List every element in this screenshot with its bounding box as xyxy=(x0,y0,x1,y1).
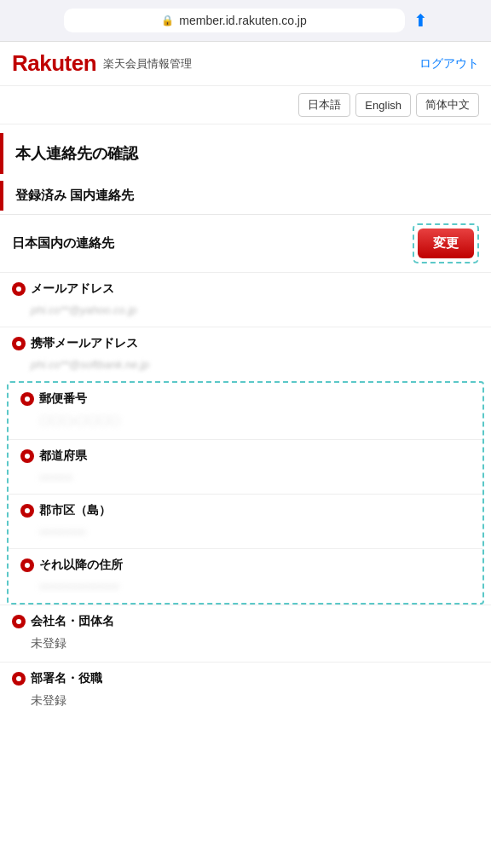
change-button[interactable]: 変更 xyxy=(418,229,474,258)
department-value: 未登録 xyxy=(12,690,479,715)
lock-icon: 🔒 xyxy=(161,14,174,26)
url-text: member.id.rakuten.co.jp xyxy=(179,14,306,27)
postal-value: 〇〇〇-〇〇〇〇 xyxy=(20,410,471,436)
email-field-row: メールアドレス phi.co**@yahoo.co.jp xyxy=(0,272,491,327)
postal-label: 郵便番号 xyxy=(20,391,471,407)
browser-url-bar[interactable]: 🔒 member.id.rakuten.co.jp xyxy=(64,9,405,32)
site-subtitle: 楽天会員情報管理 xyxy=(103,56,192,72)
prefecture-value: ○○○○○ xyxy=(20,467,471,490)
company-icon xyxy=(12,615,26,628)
lang-japanese-button[interactable]: 日本語 xyxy=(298,93,350,117)
site-header: Rakuten 楽天会員情報管理 ログアウト xyxy=(0,42,491,86)
lang-english-button[interactable]: English xyxy=(355,93,411,117)
city-label: 郡市区（島） xyxy=(20,503,471,518)
email-label: メールアドレス xyxy=(12,281,479,297)
japan-contact-header: 日本国内の連絡先 変更 xyxy=(0,214,491,272)
lang-chinese-button[interactable]: 简体中文 xyxy=(416,93,479,117)
prefecture-label: 都道府県 xyxy=(20,448,471,464)
change-button-wrapper: 変更 xyxy=(413,223,479,263)
company-value: 未登録 xyxy=(12,633,479,658)
department-label: 部署名・役職 xyxy=(12,671,479,686)
postal-field-row: 郵便番号 〇〇〇-〇〇〇〇 xyxy=(9,383,482,439)
logo-area: Rakuten 楽天会員情報管理 xyxy=(12,50,192,77)
city-icon xyxy=(20,504,34,518)
prefecture-field-row: 都道府県 ○○○○○ xyxy=(9,439,482,494)
email-value: phi.co**@yahoo.co.jp xyxy=(12,300,479,323)
city-value: ○○○○○○○ xyxy=(20,522,471,545)
company-label: 会社名・団体名 xyxy=(12,614,479,629)
mobile-email-field-row: 携帯メールアドレス phi.co**@softbank.ne.jp xyxy=(0,327,491,381)
address-label: それ以降の住所 xyxy=(20,558,471,573)
mobile-email-label: 携帯メールアドレス xyxy=(12,336,479,351)
logout-link[interactable]: ログアウト xyxy=(419,56,479,72)
rakuten-logo: Rakuten xyxy=(12,50,96,77)
postal-icon xyxy=(20,392,34,406)
sub-heading: 登録済み 国内連絡先 xyxy=(0,181,491,211)
japan-contact-title: 日本国内の連絡先 xyxy=(12,235,114,252)
city-field-row: 郡市区（島） ○○○○○○○ xyxy=(9,494,482,548)
address-dashed-section: 郵便番号 〇〇〇-〇〇〇〇 都道府県 ○○○○○ 郡市区（島） ○○○○○○○ … xyxy=(7,381,484,605)
page-content: 本人連絡先の確認 登録済み 国内連絡先 日本国内の連絡先 変更 メールアドレス … xyxy=(0,133,491,719)
mobile-email-value: phi.co**@softbank.ne.jp xyxy=(12,355,479,378)
prefecture-icon xyxy=(20,449,34,463)
address-field-row: それ以降の住所 ○○○○○○○○○○○○ xyxy=(9,548,482,603)
main-heading: 本人連絡先の確認 xyxy=(0,133,491,174)
address-value: ○○○○○○○○○○○○ xyxy=(20,576,471,599)
browser-chrome: 🔒 member.id.rakuten.co.jp ⬆ xyxy=(0,0,491,42)
department-field-row: 部署名・役職 未登録 xyxy=(0,662,491,719)
department-icon xyxy=(12,672,26,686)
company-field-row: 会社名・団体名 未登録 xyxy=(0,605,491,662)
address-icon xyxy=(20,558,34,572)
share-icon[interactable]: ⬆ xyxy=(413,10,428,31)
mobile-email-icon xyxy=(12,337,26,350)
email-icon xyxy=(12,282,26,296)
language-bar: 日本語 English 简体中文 xyxy=(0,86,491,124)
